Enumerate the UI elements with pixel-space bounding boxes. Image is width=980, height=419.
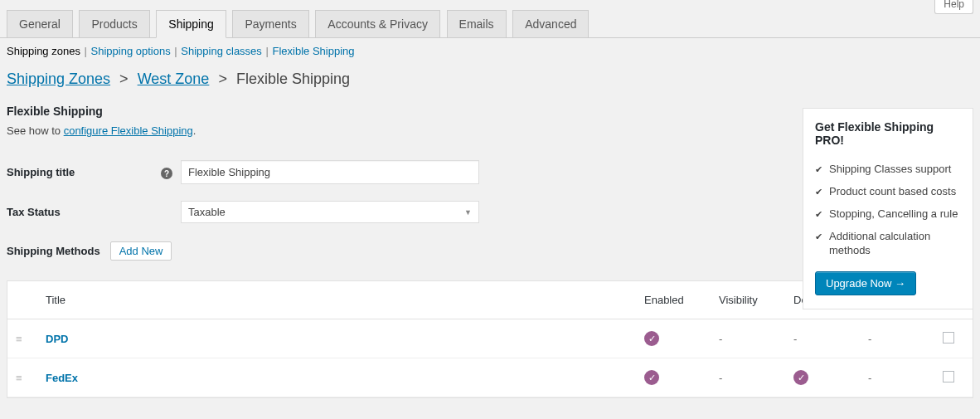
upgrade-card: Get Flexible Shipping PRO! Shipping Clas…: [803, 108, 973, 309]
configure-link[interactable]: configure Flexible Shipping: [64, 124, 193, 137]
configure-suffix: .: [193, 124, 196, 137]
tax-status-label: Tax Status: [7, 206, 61, 218]
tab-accounts-privacy[interactable]: Accounts & Privacy: [315, 10, 440, 37]
integration-value: -: [868, 333, 871, 345]
feature-text: Product count based costs: [829, 185, 956, 199]
breadcrumb-current: Flexible Shipping: [236, 71, 350, 87]
shipping-title-input[interactable]: [181, 160, 479, 184]
shipping-subtabs: Shipping zones | Shipping options | Ship…: [0, 38, 980, 64]
subtab-separator: |: [173, 45, 181, 57]
subtab-shipping-classes[interactable]: Shipping classes: [181, 45, 262, 57]
chevron-down-icon: ▼: [464, 208, 472, 217]
row-checkbox[interactable]: [943, 371, 954, 382]
upgrade-now-button[interactable]: Upgrade Now →: [815, 271, 916, 295]
subtab-shipping-zones[interactable]: Shipping zones: [7, 45, 80, 57]
tab-payments[interactable]: Payments: [232, 10, 308, 37]
settings-tabs: General Products Shipping Payments Accou…: [0, 0, 980, 38]
col-enabled-header[interactable]: Enabled: [636, 281, 711, 319]
tab-products[interactable]: Products: [79, 10, 149, 37]
col-drag: [7, 281, 37, 319]
feature-text: Shipping Classes support: [829, 163, 951, 177]
add-new-button[interactable]: Add New: [110, 241, 172, 261]
subtab-flexible-shipping[interactable]: Flexible Shipping: [272, 45, 354, 57]
tax-status-value: Taxable: [188, 206, 226, 218]
subtab-shipping-options[interactable]: Shipping options: [91, 45, 171, 57]
drag-handle-icon[interactable]: ≡: [7, 319, 37, 358]
method-link-fedex[interactable]: FedEx: [46, 372, 78, 384]
breadcrumb: Shipping Zones > West Zone > Flexible Sh…: [0, 64, 980, 90]
feature-item: Stopping, Cancelling a rule: [815, 203, 961, 226]
feature-text: Additional calculation methods: [829, 230, 961, 258]
integration-value: -: [868, 372, 871, 384]
breadcrumb-shipping-zones[interactable]: Shipping Zones: [7, 71, 110, 87]
upgrade-card-title: Get Flexible Shipping PRO!: [815, 120, 961, 147]
enabled-check-icon[interactable]: ✓: [644, 370, 659, 385]
col-title-header[interactable]: Title: [37, 281, 636, 319]
breadcrumb-separator: >: [213, 71, 232, 87]
feature-item: Product count based costs: [815, 181, 961, 203]
tax-status-select[interactable]: Taxable ▼: [181, 201, 479, 223]
default-value: -: [793, 333, 797, 345]
breadcrumb-west-zone[interactable]: West Zone: [138, 71, 210, 87]
visibility-value: -: [719, 333, 722, 345]
table-row: ≡ FedEx ✓ - ✓ -: [7, 358, 973, 397]
breadcrumb-separator: >: [114, 71, 133, 87]
row-checkbox[interactable]: [943, 332, 954, 343]
tab-shipping[interactable]: Shipping: [156, 10, 226, 38]
feature-item: Additional calculation methods: [815, 226, 961, 262]
subtab-separator: |: [84, 45, 91, 57]
table-row: ≡ DPD ✓ - - -: [7, 319, 973, 358]
enabled-check-icon[interactable]: ✓: [644, 331, 659, 346]
default-check-icon[interactable]: ✓: [793, 370, 808, 385]
feature-item: Shipping Classes support: [815, 158, 961, 181]
drag-handle-icon[interactable]: ≡: [7, 358, 37, 397]
tab-emails[interactable]: Emails: [447, 10, 507, 37]
visibility-value: -: [719, 372, 722, 384]
help-icon[interactable]: ?: [161, 168, 172, 179]
shipping-methods-label: Shipping Methods: [7, 245, 100, 257]
method-link-dpd[interactable]: DPD: [46, 333, 68, 345]
configure-prefix: See how to: [7, 124, 64, 137]
feature-text: Stopping, Cancelling a rule: [829, 207, 958, 222]
shipping-title-label: Shipping title: [7, 166, 75, 178]
col-visibility-header[interactable]: Visibility: [711, 281, 785, 319]
tab-advanced[interactable]: Advanced: [512, 10, 589, 37]
tab-general[interactable]: General: [7, 10, 73, 37]
help-button[interactable]: Help: [934, 0, 973, 14]
